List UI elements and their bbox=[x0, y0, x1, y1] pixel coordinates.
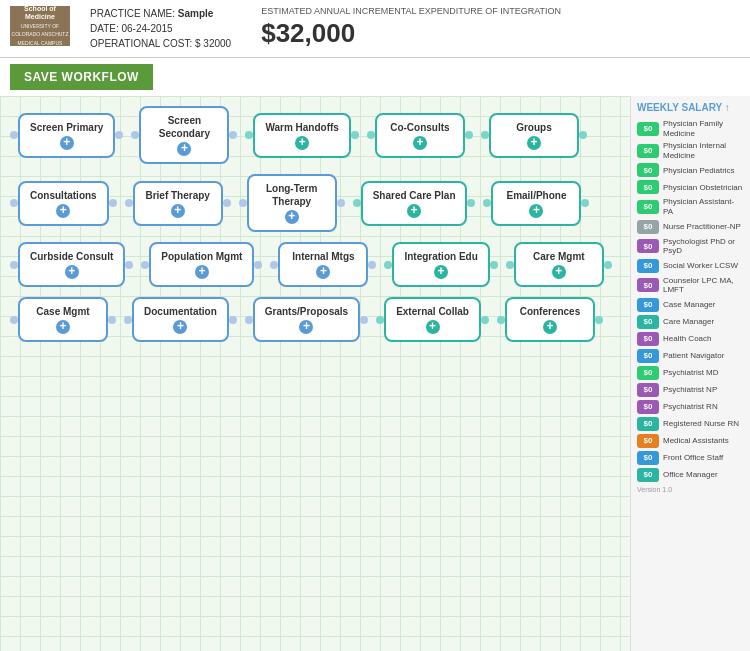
node-handle-left bbox=[367, 131, 375, 139]
estimated-amount: $32,000 bbox=[261, 18, 561, 49]
node-label: External Collab bbox=[396, 306, 469, 317]
node-population-mgmt[interactable]: Population Mgmt + bbox=[149, 242, 254, 287]
salary-item[interactable]: $0 Psychologist PhD or PsyD bbox=[637, 237, 744, 256]
node-label: Brief Therapy bbox=[145, 190, 209, 201]
node-label: Long-TermTherapy bbox=[266, 183, 317, 207]
node-handle-right bbox=[368, 261, 376, 269]
node-handle-right bbox=[490, 261, 498, 269]
date-value: 06-24-2015 bbox=[122, 23, 173, 34]
salary-item[interactable]: $0 Physician Family Medicine bbox=[637, 119, 744, 138]
node-groups[interactable]: Groups + bbox=[489, 113, 579, 158]
sort-arrow-icon[interactable]: ↑ bbox=[725, 102, 730, 113]
salary-item[interactable]: $0 Front Office Staff bbox=[637, 451, 744, 465]
salary-badge: $0 bbox=[637, 220, 659, 234]
node-grants-proposals[interactable]: Grants/Proposals + bbox=[253, 297, 360, 342]
add-button[interactable]: + bbox=[543, 320, 557, 334]
add-button[interactable]: + bbox=[434, 265, 448, 279]
salary-item[interactable]: $0 Registered Nurse RN bbox=[637, 417, 744, 431]
salary-item[interactable]: $0 Case Manager bbox=[637, 298, 744, 312]
salary-item[interactable]: $0 Health Coach bbox=[637, 332, 744, 346]
node-case-mgmt[interactable]: Case Mgmt + bbox=[18, 297, 108, 342]
add-button[interactable]: + bbox=[56, 320, 70, 334]
node-label: Email/Phone bbox=[506, 190, 566, 201]
node-label: Case Mgmt bbox=[36, 306, 89, 317]
node-consultations[interactable]: Consultations + bbox=[18, 181, 109, 226]
salary-item[interactable]: $0 Physician Assistant-PA bbox=[637, 197, 744, 216]
node-handle-left bbox=[141, 261, 149, 269]
salary-name: Care Manager bbox=[663, 317, 714, 327]
node-integration-edu[interactable]: Integration Edu + bbox=[392, 242, 489, 287]
salary-item[interactable]: $0 Psychiatrist NP bbox=[637, 383, 744, 397]
add-button[interactable]: + bbox=[295, 136, 309, 150]
node-warm-handoffs[interactable]: Warm Handoffs + bbox=[253, 113, 351, 158]
node-handle-left bbox=[124, 316, 132, 324]
node-co-consults[interactable]: Co-Consults + bbox=[375, 113, 465, 158]
add-button[interactable]: + bbox=[65, 265, 79, 279]
add-button[interactable]: + bbox=[177, 142, 191, 156]
add-button[interactable]: + bbox=[285, 210, 299, 224]
salary-item[interactable]: $0 Patient Navigator bbox=[637, 349, 744, 363]
add-button[interactable]: + bbox=[171, 204, 185, 218]
main-area: Screen Primary + ScreenSecondary + Warm … bbox=[0, 96, 750, 651]
practice-name-line: PRACTICE NAME: Sample bbox=[90, 6, 231, 21]
node-long-term-therapy[interactable]: Long-TermTherapy + bbox=[247, 174, 337, 232]
node-wrap-screen-primary: Screen Primary + bbox=[10, 113, 123, 158]
salary-name: Physician Obstetrician bbox=[663, 183, 742, 193]
node-documentation[interactable]: Documentation + bbox=[132, 297, 229, 342]
node-email-phone[interactable]: Email/Phone + bbox=[491, 181, 581, 226]
node-external-collab[interactable]: External Collab + bbox=[384, 297, 481, 342]
node-care-mgmt[interactable]: Care Mgmt + bbox=[514, 242, 604, 287]
add-button[interactable]: + bbox=[60, 136, 74, 150]
workflow-row-2: Consultations + Brief Therapy + Long-Ter… bbox=[10, 174, 620, 232]
add-button[interactable]: + bbox=[426, 320, 440, 334]
add-button[interactable]: + bbox=[407, 204, 421, 218]
node-handle-right bbox=[254, 261, 262, 269]
cost-value: $ 32000 bbox=[195, 38, 231, 49]
add-button[interactable]: + bbox=[299, 320, 313, 334]
node-handle-left bbox=[10, 131, 18, 139]
add-button[interactable]: + bbox=[413, 136, 427, 150]
node-screen-primary[interactable]: Screen Primary + bbox=[18, 113, 115, 158]
node-curbside-consult[interactable]: Curbside Consult + bbox=[18, 242, 125, 287]
salary-item[interactable]: $0 Psychiatrist MD bbox=[637, 366, 744, 380]
add-button[interactable]: + bbox=[316, 265, 330, 279]
salary-name: Psychiatrist MD bbox=[663, 368, 719, 378]
sidebar-title-text: WEEKLY SALARY bbox=[637, 102, 722, 113]
workflow-row-1: Screen Primary + ScreenSecondary + Warm … bbox=[10, 106, 620, 164]
node-handle-right bbox=[604, 261, 612, 269]
node-wrap-long-term-therapy: Long-TermTherapy + bbox=[239, 174, 345, 232]
salary-badge: $0 bbox=[637, 451, 659, 465]
add-button[interactable]: + bbox=[529, 204, 543, 218]
salary-badge: $0 bbox=[637, 434, 659, 448]
salary-item[interactable]: $0 Medical Assistants bbox=[637, 434, 744, 448]
node-brief-therapy[interactable]: Brief Therapy + bbox=[133, 181, 223, 226]
salary-item[interactable]: $0 Physician Internal Medicine bbox=[637, 141, 744, 160]
add-button[interactable]: + bbox=[173, 320, 187, 334]
node-conferences[interactable]: Conferences + bbox=[505, 297, 595, 342]
add-button[interactable]: + bbox=[56, 204, 70, 218]
node-wrap-internal-mtgs: Internal Mtgs + bbox=[270, 242, 376, 287]
salary-badge: $0 bbox=[637, 180, 659, 194]
salary-item[interactable]: $0 Counselor LPC MA, LMFT bbox=[637, 276, 744, 295]
salary-item[interactable]: $0 Care Manager bbox=[637, 315, 744, 329]
logo: School of MedicineUNIVERSITY OF COLORADO… bbox=[10, 6, 70, 46]
salary-badge: $0 bbox=[637, 122, 659, 136]
node-shared-care-plan[interactable]: Shared Care Plan + bbox=[361, 181, 468, 226]
add-button[interactable]: + bbox=[195, 265, 209, 279]
salary-item[interactable]: $0 Physician Pediatrics bbox=[637, 163, 744, 177]
salary-item[interactable]: $0 Office Manager bbox=[637, 468, 744, 482]
save-workflow-button[interactable]: SAVE WORKFLOW bbox=[10, 64, 153, 90]
add-button[interactable]: + bbox=[527, 136, 541, 150]
node-screen-secondary[interactable]: ScreenSecondary + bbox=[139, 106, 229, 164]
node-internal-mtgs[interactable]: Internal Mtgs + bbox=[278, 242, 368, 287]
salary-item[interactable]: $0 Psychiatrist RN bbox=[637, 400, 744, 414]
logo-area: School of MedicineUNIVERSITY OF COLORADO… bbox=[10, 6, 70, 46]
node-handle-right bbox=[223, 199, 231, 207]
date-label: DATE: bbox=[90, 23, 119, 34]
salary-item[interactable]: $0 Nurse Practitioner-NP bbox=[637, 220, 744, 234]
salary-item[interactable]: $0 Physician Obstetrician bbox=[637, 180, 744, 194]
salary-item[interactable]: $0 Social Worker LCSW bbox=[637, 259, 744, 273]
add-button[interactable]: + bbox=[552, 265, 566, 279]
salary-badge: $0 bbox=[637, 144, 659, 158]
salary-name: Office Manager bbox=[663, 470, 718, 480]
